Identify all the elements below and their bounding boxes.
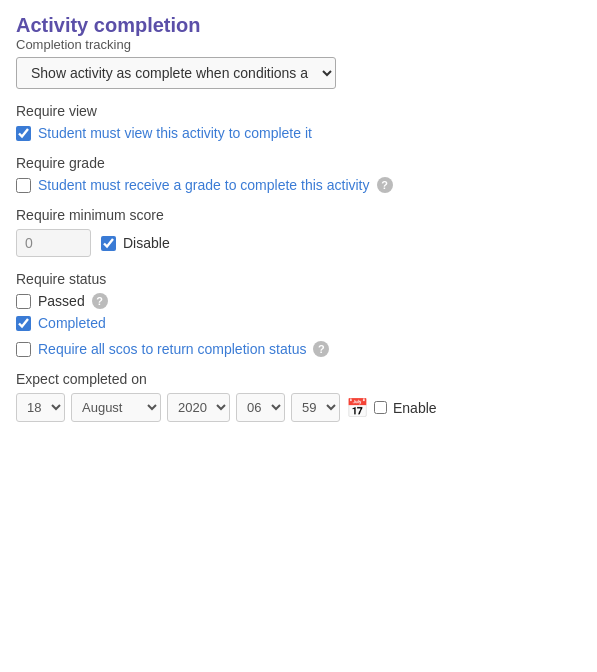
passed-checkbox[interactable] — [16, 294, 31, 309]
completed-label: Completed — [38, 315, 106, 331]
all-scos-label: Require all scos to return completion st… — [38, 341, 306, 357]
require-view-row: Student must view this activity to compl… — [16, 125, 581, 141]
page-title: Activity completion — [16, 14, 200, 36]
expect-completed-section: Expect completed on 18 August 2020 06 59… — [16, 371, 581, 422]
passed-label: Passed — [38, 293, 85, 309]
passed-row: Passed ? — [16, 293, 581, 309]
require-grade-checkbox-label: Student must receive a grade to complete… — [38, 177, 370, 193]
require-view-section: Require view Student must view this acti… — [16, 103, 581, 141]
completion-tracking-label: Completion tracking — [16, 37, 581, 52]
all-scos-checkbox[interactable] — [16, 342, 31, 357]
minute-select[interactable]: 59 — [291, 393, 340, 422]
require-grade-section: Require grade Student must receive a gra… — [16, 155, 581, 193]
enable-checkbox[interactable] — [374, 401, 387, 414]
passed-help-icon[interactable]: ? — [92, 293, 108, 309]
completed-row: Completed — [16, 315, 581, 331]
enable-label: Enable — [393, 400, 437, 416]
require-view-checkbox-label: Student must view this activity to compl… — [38, 125, 312, 141]
disable-checkbox[interactable] — [101, 236, 116, 251]
require-status-label: Require status — [16, 271, 581, 287]
year-select[interactable]: 2020 — [167, 393, 230, 422]
enable-row: Enable — [374, 400, 437, 416]
require-view-label: Require view — [16, 103, 581, 119]
expect-completed-label: Expect completed on — [16, 371, 581, 387]
completed-checkbox[interactable] — [16, 316, 31, 331]
expect-completed-row: 18 August 2020 06 59 📅 Enable — [16, 393, 581, 422]
completion-tracking-section: Completion tracking Do not indicate acti… — [16, 37, 581, 89]
completion-tracking-select[interactable]: Do not indicate activity completion Stud… — [16, 57, 336, 89]
require-grade-label: Require grade — [16, 155, 581, 171]
all-scos-row: Require all scos to return completion st… — [16, 341, 581, 357]
require-status-section: Require status Passed ? Completed Requir… — [16, 271, 581, 357]
all-scos-help-icon[interactable]: ? — [313, 341, 329, 357]
require-grade-checkbox[interactable] — [16, 178, 31, 193]
day-select[interactable]: 18 — [16, 393, 65, 422]
month-select[interactable]: August — [71, 393, 161, 422]
hour-select[interactable]: 06 — [236, 393, 285, 422]
disable-row: Disable — [101, 235, 170, 251]
score-input[interactable] — [16, 229, 91, 257]
require-view-checkbox[interactable] — [16, 126, 31, 141]
require-minimum-score-row: Disable — [16, 229, 581, 257]
require-grade-help-icon[interactable]: ? — [377, 177, 393, 193]
require-minimum-score-section: Require minimum score Disable — [16, 207, 581, 257]
disable-label: Disable — [123, 235, 170, 251]
require-grade-row: Student must receive a grade to complete… — [16, 177, 581, 193]
require-minimum-score-label: Require minimum score — [16, 207, 581, 223]
calendar-icon[interactable]: 📅 — [346, 397, 368, 419]
